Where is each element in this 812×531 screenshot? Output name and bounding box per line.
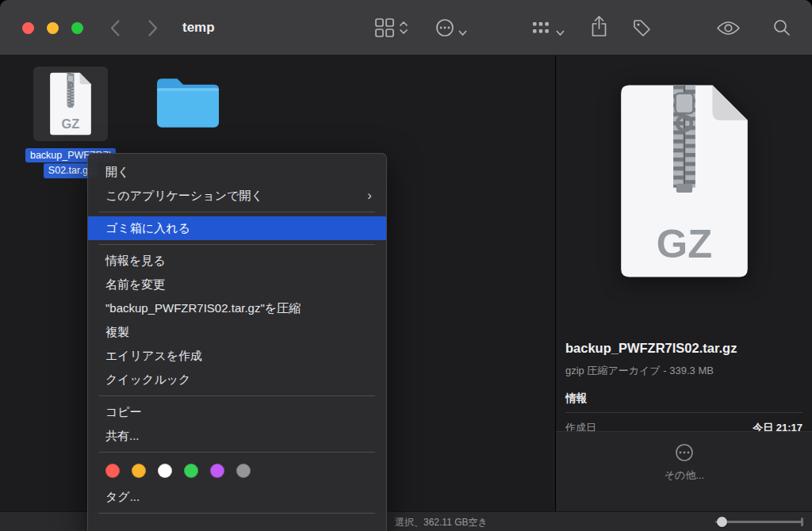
menu-tag-colors-row [88, 457, 386, 485]
ellipsis-circle-icon [675, 443, 694, 462]
menu-item-duplicate[interactable]: 複製 [88, 320, 386, 344]
menu-item-compress[interactable]: "backup_PWFZR7IS02.tar.gz"を圧縮 [88, 296, 386, 320]
preview-file-name: backup_PWFZR7IS02.tar.gz [565, 341, 806, 356]
menu-item-quick-look[interactable]: クイックルック [88, 368, 386, 392]
more-options-icon[interactable] [556, 443, 812, 465]
preview-toggle-button[interactable] [716, 20, 741, 40]
minimize-button[interactable] [47, 22, 59, 34]
share-button[interactable] [590, 15, 608, 40]
more-actions-button[interactable] [435, 18, 454, 40]
slider-knob[interactable] [717, 517, 727, 527]
menu-separator [99, 452, 375, 453]
menu-item-copy[interactable]: コピー [88, 400, 386, 424]
back-button[interactable] [109, 19, 121, 40]
slider-end-tick [801, 518, 803, 526]
folder-icon [152, 74, 224, 132]
chevron-down-icon [556, 30, 565, 36]
selected-file-icon[interactable] [33, 67, 108, 141]
chevron-left-icon [109, 19, 121, 37]
menu-separator [99, 244, 375, 245]
submenu-arrow-icon: › [367, 184, 372, 208]
gz-file-icon-large [609, 83, 760, 279]
preview-divider [565, 412, 802, 413]
group-grid-icon [532, 21, 550, 35]
view-options-button[interactable] [374, 17, 395, 41]
slider-track[interactable] [715, 521, 802, 523]
chevron-down-icon [458, 30, 467, 36]
more-options-label[interactable]: その他... [556, 468, 812, 483]
menu-item-move-to-trash[interactable]: ゴミ箱に入れる [88, 216, 386, 240]
preview-file-info: gzip 圧縮アーカイブ - 339.3 MB [565, 364, 714, 378]
tag-color-gray[interactable] [236, 464, 251, 478]
view-selector-chevrons[interactable] [399, 21, 408, 38]
preview-info-header: 情報 [565, 392, 587, 406]
chevron-up-down-icon [399, 21, 408, 35]
group-by-chevron[interactable] [556, 25, 565, 40]
menu-item-share[interactable]: 共有... [88, 424, 386, 448]
preview-more-panel: その他... [556, 431, 812, 511]
zoom-button[interactable] [71, 22, 83, 34]
close-button[interactable] [22, 22, 34, 34]
more-actions-chevron[interactable] [458, 25, 467, 40]
menu-item-rename[interactable]: 名前を変更 [88, 273, 386, 296]
grid-view-icon [374, 17, 395, 38]
gz-file-icon [46, 72, 95, 136]
icon-size-slider[interactable] [715, 521, 802, 523]
menu-separator [99, 212, 375, 212]
finder-window: temp [0, 0, 812, 531]
tag-color-red[interactable] [105, 464, 120, 478]
tag-color-green[interactable] [184, 464, 198, 478]
folder-icon-tile[interactable] [151, 71, 225, 135]
menu-item-tags[interactable]: タグ... [88, 485, 386, 509]
preview-file-icon [609, 83, 760, 282]
eye-icon [716, 20, 741, 36]
tag-color-white[interactable] [158, 464, 172, 478]
tag-color-orange[interactable] [132, 464, 146, 478]
preview-pane: backup_PWFZR7IS02.tar.gz gzip 圧縮アーカイブ - … [555, 55, 812, 531]
menu-item-open-with[interactable]: このアプリケーションで開く› [88, 184, 386, 208]
menu-item-make-alias[interactable]: エイリアスを作成 [88, 344, 386, 368]
title-bar: temp [0, 0, 812, 55]
chevron-right-icon [147, 19, 159, 37]
status-text: 選択、362.11 GB空き [395, 516, 488, 529]
menu-separator [99, 395, 375, 396]
menu-item-get-info[interactable]: 情報を見る [88, 249, 386, 273]
tag-icon [632, 18, 652, 38]
group-by-button[interactable] [532, 21, 550, 38]
tag-color-purple[interactable] [210, 464, 224, 478]
context-menu: 開く このアプリケーションで開く› ゴミ箱に入れる 情報を見る 名前を変更 "b… [87, 153, 387, 531]
window-title: temp [182, 20, 215, 36]
tags-button[interactable] [632, 18, 652, 41]
menu-item-open[interactable]: 開く [88, 160, 386, 184]
ellipsis-circle-icon [435, 18, 454, 37]
forward-button[interactable] [147, 19, 159, 40]
file-browser-area: backup_PWFZR7I S02.tar.gz 開く このアプリケーションで… [0, 55, 812, 531]
search-button[interactable] [772, 18, 791, 40]
menu-separator [99, 513, 375, 514]
search-icon [772, 18, 791, 37]
share-icon [590, 15, 608, 37]
